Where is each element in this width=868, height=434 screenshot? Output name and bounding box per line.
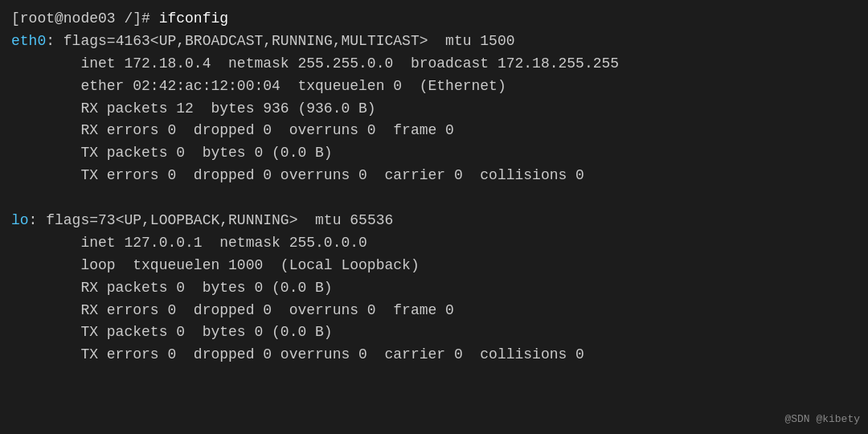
lo-tx-errors: TX errors 0 dropped 0 overruns 0 carrier… bbox=[11, 346, 584, 362]
lo-inet: inet 127.0.0.1 netmask 255.0.0.0 bbox=[11, 235, 367, 251]
eth0-rx-errors: RX errors 0 dropped 0 overruns 0 frame 0 bbox=[11, 122, 454, 138]
eth0-header: eth0 bbox=[11, 33, 46, 49]
eth0-tx-packets: TX packets 0 bytes 0 (0.0 B) bbox=[11, 145, 333, 161]
terminal-output: [root@node03 /]# ifconfig eth0: flags=41… bbox=[11, 8, 857, 366]
eth0-rx-packets: RX packets 12 bytes 936 (936.0 B) bbox=[11, 100, 376, 117]
lo-tx-packets: TX packets 0 bytes 0 (0.0 B) bbox=[11, 324, 333, 340]
terminal-window: [root@node03 /]# ifconfig eth0: flags=41… bbox=[0, 0, 868, 434]
lo-loop: loop txqueuelen 1000 (Local Loopback) bbox=[11, 257, 420, 273]
lo-rx-errors: RX errors 0 dropped 0 overruns 0 frame 0 bbox=[11, 302, 454, 318]
eth0-inet: inet 172.18.0.4 netmask 255.255.0.0 broa… bbox=[11, 55, 619, 72]
lo-rx-packets: RX packets 0 bytes 0 (0.0 B) bbox=[11, 280, 333, 296]
eth0-tx-errors: TX errors 0 dropped 0 overruns 0 carrier… bbox=[11, 167, 584, 183]
prompt-line: [root@node03 /]# ifconfig bbox=[11, 10, 228, 27]
lo-header: lo bbox=[11, 212, 29, 228]
watermark: @SDN @kibety bbox=[784, 411, 860, 428]
eth0-ether: ether 02:42:ac:12:00:04 txqueuelen 0 (Et… bbox=[11, 78, 506, 94]
